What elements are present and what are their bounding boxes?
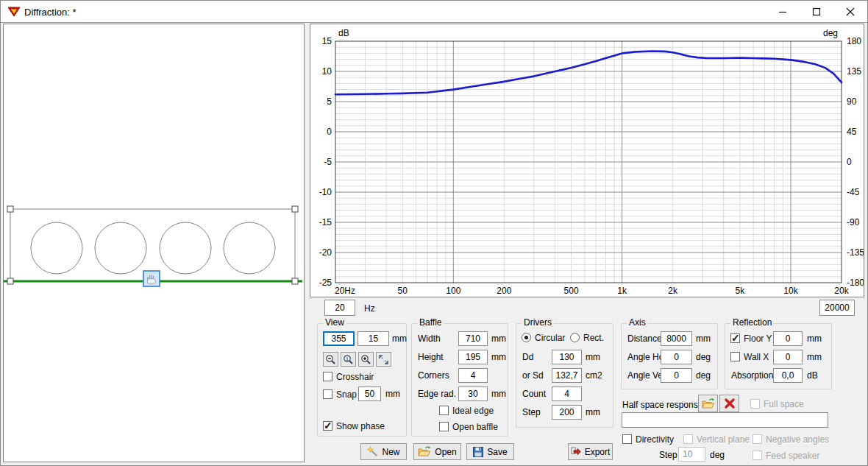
svg-text:-20: -20 <box>319 247 332 258</box>
baffle-edge-input[interactable] <box>458 386 488 401</box>
zoom-actual-icon: 1 <box>343 354 354 365</box>
drivers-group-label: Drivers <box>522 317 554 328</box>
driver-step-input[interactable] <box>552 405 582 420</box>
export-button-label: Export <box>585 447 611 457</box>
zoom-fit-button[interactable] <box>376 352 391 367</box>
svg-text:5: 5 <box>327 96 332 107</box>
open-button[interactable]: Open <box>413 443 461 460</box>
wall-checkbox[interactable]: Wall X <box>730 351 769 362</box>
svg-text:0: 0 <box>847 157 852 167</box>
driver-circle[interactable] <box>224 222 275 274</box>
show-phase-checkbox[interactable]: Show phase <box>323 420 385 431</box>
corners-label: Corners <box>418 370 449 381</box>
minimize-icon <box>778 7 787 16</box>
wall-input[interactable] <box>773 350 803 364</box>
baffle-drawing <box>4 24 304 462</box>
maximize-button[interactable] <box>800 1 833 22</box>
svg-text:100: 100 <box>446 286 460 296</box>
half-space-open-button[interactable] <box>698 395 718 412</box>
open-baffle-checkbox[interactable]: Open baffle <box>439 421 498 432</box>
view-x-input[interactable] <box>323 331 355 346</box>
dd-unit: mm <box>586 352 600 362</box>
selection-handle[interactable] <box>292 278 298 284</box>
axis-group: Axis Distance mm Angle Hor deg Angle Ver… <box>621 323 718 389</box>
directivity-checkbox[interactable]: Directivity <box>622 434 674 445</box>
half-space-clear-button[interactable] <box>719 395 739 412</box>
open-button-label: Open <box>435 447 456 457</box>
snap-checkbox[interactable]: Snap <box>323 389 357 400</box>
response-chart: 151050-5-10-15-20-2518013590450-45-90-13… <box>310 24 864 297</box>
ideal-edge-checkbox[interactable]: Ideal edge <box>439 405 494 416</box>
response-curve <box>335 52 842 95</box>
angle-ver-input[interactable] <box>661 368 692 383</box>
baffle-corners-input[interactable] <box>458 368 488 383</box>
floor-checkbox[interactable]: Floor Y <box>730 333 772 344</box>
driver-circle[interactable] <box>95 222 146 274</box>
crosshair-checkbox[interactable]: Crosshair <box>323 371 374 382</box>
zoom-in-button[interactable] <box>358 352 374 367</box>
selection-handle[interactable] <box>7 206 13 212</box>
title-bar: Diffraction: * <box>1 1 867 23</box>
zoom-fit-icon <box>378 354 389 365</box>
snap-unit: mm <box>385 389 400 399</box>
negative-angles-checkbox: Negative angles <box>753 434 829 445</box>
directivity-step-unit: deg <box>710 450 725 460</box>
svg-text:90: 90 <box>847 96 857 107</box>
export-button[interactable]: Export <box>568 443 613 460</box>
floor-input[interactable] <box>773 331 803 346</box>
selection-handle[interactable] <box>7 278 13 284</box>
dd-input[interactable] <box>552 350 582 364</box>
svg-text:20k: 20k <box>834 286 849 296</box>
chart-panel: 151050-5-10-15-20-2518013590450-45-90-13… <box>310 24 864 297</box>
save-button[interactable]: Save <box>466 443 514 460</box>
radio-dot <box>570 333 580 342</box>
absorption-unit: dB <box>807 370 818 381</box>
svg-text:-5: -5 <box>324 157 332 167</box>
driver-circle[interactable] <box>31 222 82 274</box>
view-group-label: View <box>323 317 346 328</box>
checkbox-box <box>753 434 762 444</box>
width-unit: mm <box>491 333 506 344</box>
app-icon <box>7 6 21 18</box>
circular-radio[interactable]: Circular <box>522 332 565 343</box>
svg-text:dB: dB <box>338 28 349 38</box>
baffle-height-input[interactable] <box>458 350 488 364</box>
freq-min-input[interactable] <box>324 300 355 316</box>
close-button[interactable] <box>833 1 867 22</box>
count-input[interactable] <box>552 386 582 401</box>
rect-radio[interactable]: Rect. <box>570 332 604 343</box>
feed-speaker-checkbox: Feed speaker <box>753 450 819 461</box>
zoom-out-button[interactable] <box>323 352 338 367</box>
minimize-button[interactable] <box>766 1 800 22</box>
checkbox-box <box>323 421 332 431</box>
svg-text:deg: deg <box>823 28 838 38</box>
angle-hor-unit: deg <box>696 352 711 362</box>
angle-ver-unit: deg <box>696 370 711 381</box>
vertical-plane-checkbox: Vertical plane <box>683 434 750 445</box>
svg-text:20Hz: 20Hz <box>335 286 355 296</box>
count-label: Count <box>522 389 546 399</box>
half-space-path-input[interactable] <box>622 412 828 428</box>
half-space-label: Half space response <box>622 400 702 410</box>
snap-value-input[interactable] <box>358 386 381 401</box>
baffle-width-input[interactable] <box>458 331 488 346</box>
axis-group-label: Axis <box>627 317 648 328</box>
baffle-canvas[interactable] <box>3 24 305 462</box>
view-y-input[interactable] <box>357 331 389 346</box>
new-button[interactable]: New <box>360 443 407 460</box>
save-icon <box>473 447 483 457</box>
absorption-input[interactable] <box>773 368 803 383</box>
distance-input[interactable] <box>661 331 692 346</box>
driver-circle[interactable] <box>160 222 211 274</box>
floor-label: Floor Y <box>744 333 772 344</box>
svg-text:50: 50 <box>398 286 408 296</box>
radio-dot <box>522 333 531 342</box>
grab-hand-icon[interactable] <box>143 271 160 286</box>
angle-hor-input[interactable] <box>661 350 692 364</box>
rect-label: Rect. <box>583 333 604 343</box>
freq-max-input[interactable] <box>819 300 855 316</box>
zoom-actual-button[interactable]: 1 <box>341 352 356 367</box>
driver-step-label: Step <box>522 407 541 417</box>
sd-input[interactable] <box>552 368 582 383</box>
selection-handle[interactable] <box>292 206 298 212</box>
